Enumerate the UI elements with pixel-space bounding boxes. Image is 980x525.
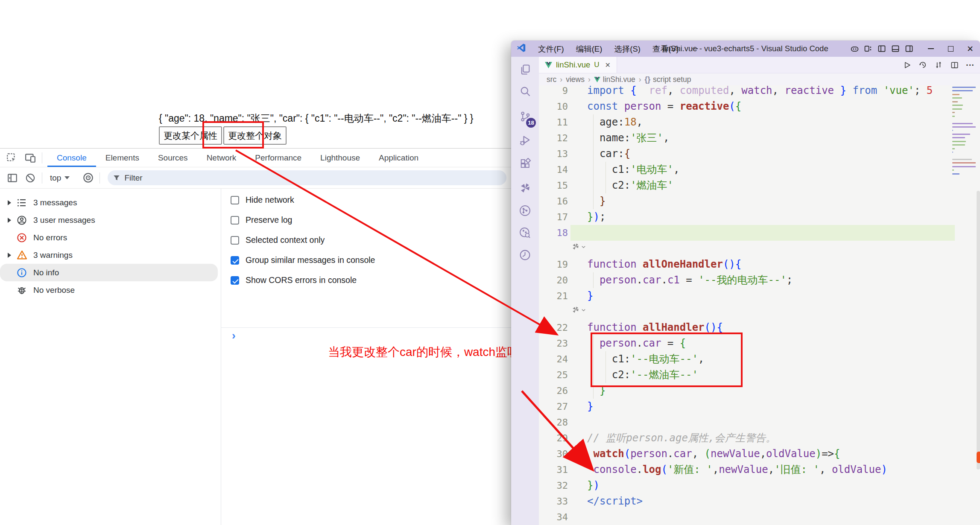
breadcrumb-separator: › [560, 75, 562, 84]
checkbox[interactable] [231, 196, 239, 204]
sidebar-item-label: 3 user messages [33, 216, 95, 225]
expand-caret-icon[interactable] [8, 218, 14, 223]
run-debug-icon[interactable] [518, 134, 532, 147]
line-number: 14 [539, 162, 568, 178]
checkbox[interactable] [231, 236, 239, 245]
devtools-tab-elements[interactable]: Elements [96, 149, 149, 167]
checkbox-label: Preserve log [246, 215, 292, 225]
code-line-17: 17}); [539, 209, 980, 225]
line-number: 22 [539, 320, 568, 335]
code-line-15: 15 c2:'燃油车' [539, 178, 980, 193]
editor-actions: ··· [902, 60, 980, 70]
breadcrumb-item-script-setup[interactable]: {}script setup [644, 75, 691, 84]
console-prompt-chevron[interactable]: › [232, 330, 236, 341]
sidebar-item-3-messages[interactable]: 3 messages [0, 194, 218, 211]
compare-changes-icon[interactable] [934, 60, 943, 70]
breadcrumb-item-src[interactable]: src [547, 75, 556, 84]
git-graph-icon[interactable] [518, 204, 532, 217]
code-line-31: 31 console.log('新值: ',newValue,'旧值: ', o… [539, 462, 980, 478]
tab-close-icon[interactable]: ✕ [605, 61, 611, 69]
tab-label: linShi.vue [556, 60, 590, 70]
scrollbar-thumb[interactable] [977, 191, 980, 470]
devtools-tabs: ConsoleElementsSourcesNetworkPerformance… [47, 149, 428, 167]
activity-bar: 18 [511, 57, 539, 525]
devtools-tab-lighthouse[interactable]: Lighthouse [311, 149, 369, 167]
timeline-clock-icon[interactable] [518, 248, 532, 262]
sidebar-item-no-verbose[interactable]: No verbose [0, 281, 218, 299]
menu-选择s[interactable]: 选择(S) [614, 44, 641, 54]
checkbox[interactable] [231, 256, 239, 265]
inspect-element-icon[interactable] [5, 152, 18, 164]
pinwheel-extension-icon[interactable] [518, 181, 532, 195]
minimap-line [952, 159, 972, 160]
toggle-secondary-sidebar-icon[interactable] [902, 41, 916, 57]
filter-input[interactable] [124, 173, 252, 183]
code-line-29: 29// 监听person.age属性,会产生警告。 [539, 430, 980, 446]
breadcrumb-separator: › [639, 75, 641, 84]
window-title: linShi.vue - vue3-echarts5 - Visual Stud… [663, 44, 828, 53]
sidebar-item-3-user-messages[interactable]: 3 user messages [0, 211, 218, 229]
more-actions-icon[interactable]: ··· [965, 60, 975, 70]
expand-caret-icon[interactable] [8, 200, 14, 205]
checkbox[interactable] [231, 216, 239, 225]
sidebar-item-no-errors[interactable]: No errors [0, 229, 218, 246]
close-button[interactable]: ✕ [960, 41, 980, 57]
line-number: 28 [539, 414, 568, 430]
devtools-tab-sources[interactable]: Sources [149, 149, 197, 167]
sidebar-item-no-info[interactable]: No info [0, 264, 218, 281]
console-sidebar-toggle-icon[interactable] [6, 172, 19, 184]
vue-codelens-icon[interactable] [571, 306, 586, 314]
devtools-tab-console[interactable]: Console [47, 149, 96, 167]
customize-layout-icon[interactable] [861, 41, 875, 57]
sidebar-item-3-warnings[interactable]: 3 warnings [0, 246, 218, 264]
timeline-history-icon[interactable] [918, 60, 927, 70]
tab-linshi-vue[interactable]: linShi.vue U ✕ [539, 57, 617, 73]
devtools-tab-network[interactable]: Network [197, 149, 246, 167]
clear-console-icon[interactable] [24, 172, 37, 184]
vue-codelens-icon[interactable] [571, 242, 586, 251]
device-toolbar-icon[interactable] [24, 152, 37, 164]
breadcrumb: src›views›linShi.vue›{}script setup [539, 73, 980, 85]
minimize-button[interactable] [921, 41, 941, 57]
git-history-search-icon[interactable] [518, 226, 532, 239]
maximize-button[interactable] [941, 41, 960, 57]
chevron-down-icon [64, 176, 70, 179]
no-errors-icon [16, 232, 27, 243]
setting-preserve-log: Preserve log [231, 210, 375, 230]
line-number: 25 [539, 367, 568, 383]
code-editor[interactable]: 9import { ref, computed, watch, reactive… [539, 85, 980, 525]
line-number: 23 [539, 335, 568, 351]
expand-caret-icon[interactable] [8, 253, 14, 258]
devtools-tab-application[interactable]: Application [369, 149, 428, 167]
line-number: 15 [539, 178, 568, 193]
checkbox[interactable] [231, 276, 239, 285]
split-editor-icon[interactable] [950, 60, 959, 70]
breadcrumb-item-linshi.vue[interactable]: linShi.vue [594, 75, 635, 84]
copilot-icon[interactable] [848, 41, 861, 57]
console-filter[interactable] [108, 170, 506, 185]
menu-编辑e[interactable]: 编辑(E) [576, 44, 603, 54]
devtools-tab-performance[interactable]: Performance [246, 149, 311, 167]
titlebar-controls: ✕ [848, 41, 980, 57]
line-number: 19 [539, 257, 568, 272]
toggle-sidebar-icon[interactable] [875, 41, 889, 57]
breadcrumb-item-views[interactable]: views [566, 75, 585, 84]
menu-文件f[interactable]: 文件(F) [538, 44, 564, 54]
toggle-panel-icon[interactable] [889, 41, 902, 57]
minimap-line [952, 144, 965, 146]
line-number: 13 [539, 146, 568, 162]
extensions-icon[interactable] [518, 157, 532, 170]
codelens-row [539, 241, 980, 257]
checkbox-label: Group similar messages in console [246, 255, 375, 265]
minimap-line [952, 97, 962, 99]
explorer-icon[interactable] [518, 63, 532, 76]
run-file-icon[interactable] [902, 60, 912, 70]
annotation-red-box-button [202, 121, 264, 149]
sidebar-item-label: No verbose [33, 286, 75, 295]
live-expression-eye-icon[interactable] [82, 172, 94, 184]
code-text: car:{ [587, 146, 630, 162]
search-icon[interactable] [518, 85, 532, 98]
code-text: watch(person.car, (newValue,oldValue)=>{ [587, 446, 840, 462]
context-selector[interactable]: top [50, 173, 70, 183]
minimap-line [952, 148, 955, 149]
